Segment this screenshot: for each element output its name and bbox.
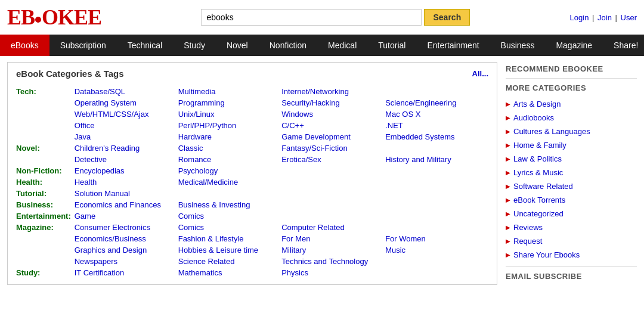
category-link[interactable]: Game Development	[281, 132, 351, 141]
table-row: Tutorial:Solution Manual	[16, 188, 488, 199]
category-link[interactable]: Medical/Medicine	[178, 178, 238, 187]
category-link[interactable]: History and Military	[385, 155, 451, 164]
category-link[interactable]: Encyclopedias	[75, 166, 125, 175]
category-link[interactable]: Game	[75, 212, 95, 221]
table-row: Tech:Database/SQLMultimediaInternet/Netw…	[16, 86, 488, 97]
category-link[interactable]: .NET	[385, 121, 403, 130]
category-link[interactable]: Comics	[178, 212, 204, 221]
all-link[interactable]: All...	[472, 69, 488, 78]
sidebar-category-item[interactable]: ▶Lyrics & Music	[506, 166, 637, 179]
category-link[interactable]: Science/Engineering	[385, 98, 456, 107]
category-link[interactable]: For Women	[385, 234, 426, 243]
category-link[interactable]: Operating System	[75, 98, 137, 107]
category-link[interactable]: Technics and Technology	[281, 257, 368, 266]
category-link[interactable]: Fashion & Lifestyle	[178, 234, 244, 243]
sidebar-category-item[interactable]: ▶eBook Torrents	[506, 193, 637, 207]
table-row: JavaHardwareGame DevelopmentEmbedded Sys…	[16, 131, 488, 142]
sidebar-divider2	[506, 266, 637, 267]
nav-item-ebooks[interactable]: eBooks	[0, 35, 49, 56]
category-link[interactable]: Children's Reading	[75, 144, 140, 153]
category-link[interactable]: Psychology	[178, 166, 218, 175]
category-link[interactable]: Perl/PHP/Python	[178, 121, 237, 130]
category-link[interactable]: Windows	[281, 110, 313, 119]
search-button[interactable]: Search	[424, 9, 470, 26]
sidebar-category-item[interactable]: ▶Law & Politics	[506, 152, 637, 166]
nav-item-magazine[interactable]: Magazine	[545, 35, 603, 56]
recommend-title: RECOMMEND EBOOKEE	[506, 64, 637, 73]
join-link[interactable]: Join	[597, 13, 612, 22]
sidebar-item-label: Software Related	[513, 182, 573, 191]
nav-item-medical[interactable]: Medical	[317, 35, 367, 56]
category-link[interactable]: Hardware	[178, 132, 212, 141]
search-input[interactable]	[201, 9, 422, 26]
category-link[interactable]: Multimedia	[178, 87, 216, 96]
nav-item-tutorial[interactable]: Tutorial	[367, 35, 416, 56]
category-link[interactable]: Mac OS X	[385, 110, 420, 119]
sidebar-category-item[interactable]: ▶Software Related	[506, 179, 637, 193]
categories-title: eBook Categories & Tags	[16, 69, 124, 79]
category-link[interactable]: Romance	[178, 155, 212, 164]
nav-item-novel[interactable]: Novel	[216, 35, 259, 56]
category-link[interactable]: Computer Related	[281, 223, 345, 232]
category-link[interactable]: Military	[281, 246, 306, 255]
category-link[interactable]: Unix/Linux	[178, 110, 215, 119]
sidebar-category-item[interactable]: ▶Cultures & Languages	[506, 125, 637, 138]
sidebar-category-item[interactable]: ▶Uncategorized	[506, 207, 637, 221]
main-layout: eBook Categories & Tags All... Tech:Data…	[0, 56, 644, 291]
category-link[interactable]: Consumer Electronics	[75, 223, 150, 232]
category-link[interactable]: IT Certification	[75, 268, 125, 277]
category-link[interactable]: Database/SQL	[75, 87, 125, 96]
more-categories-title: MORE CATEGORIES	[506, 83, 637, 92]
nav-item-technical[interactable]: Technical	[117, 35, 173, 56]
category-link[interactable]: Graphics and Design	[75, 246, 147, 255]
category-link[interactable]: Economics/Business	[75, 234, 146, 243]
category-link[interactable]: Comics	[178, 223, 204, 232]
category-link[interactable]: Music	[385, 246, 405, 255]
category-link[interactable]: Economics and Finances	[75, 200, 161, 209]
category-link[interactable]: Mathematics	[178, 268, 222, 277]
category-link[interactable]: Solution Manual	[75, 189, 130, 198]
category-label: Health:	[16, 176, 75, 188]
nav-item-nonfiction[interactable]: Nonfiction	[259, 35, 317, 56]
category-link[interactable]: Internet/Networking	[281, 87, 349, 96]
sidebar-arrow-icon: ▶	[506, 183, 510, 190]
sidebar-category-item[interactable]: ▶Request	[506, 234, 637, 248]
sidebar-category-item[interactable]: ▶Reviews	[506, 221, 637, 234]
sidebar-arrow-icon: ▶	[506, 238, 510, 244]
category-link[interactable]: Science Related	[178, 257, 235, 266]
category-link[interactable]: Newspapers	[75, 257, 117, 266]
category-link[interactable]: Erotica/Sex	[281, 155, 321, 164]
sidebar-item-label: Lyrics & Music	[513, 168, 563, 177]
sidebar-category-item[interactable]: ▶Share Your Ebooks	[506, 248, 637, 262]
category-link[interactable]: Classic	[178, 144, 203, 153]
user-links: Login | Join | User	[570, 13, 637, 22]
user-link[interactable]: User	[621, 13, 637, 22]
nav-item-subscription[interactable]: Subscription	[49, 35, 117, 56]
category-link[interactable]: Security/Hacking	[281, 98, 340, 107]
category-link[interactable]: Fantasy/Sci-Fiction	[281, 144, 348, 153]
category-label: Magazine:	[16, 222, 75, 233]
category-link[interactable]: Java	[75, 132, 91, 141]
category-link[interactable]: Health	[75, 178, 97, 187]
category-link[interactable]: Office	[75, 121, 95, 130]
nav-item-entertainment[interactable]: Entertainment	[416, 35, 490, 56]
nav-item-study[interactable]: Study	[173, 35, 216, 56]
categories-header: eBook Categories & Tags All...	[16, 69, 488, 79]
nav-item-business[interactable]: Business	[490, 35, 546, 56]
login-link[interactable]: Login	[570, 13, 589, 22]
category-link[interactable]: Detective	[75, 155, 107, 164]
category-link[interactable]: Web/HTML/CSS/Ajax	[75, 110, 149, 119]
sidebar-category-item[interactable]: ▶Arts & Design	[506, 97, 637, 111]
category-link[interactable]: Embedded Systems	[385, 132, 454, 141]
sidebar-category-item[interactable]: ▶Audiobooks	[506, 111, 637, 125]
category-link[interactable]: C/C++	[281, 121, 304, 130]
category-link[interactable]: For Men	[281, 234, 310, 243]
category-link[interactable]: Physics	[281, 268, 308, 277]
category-link[interactable]: Programming	[178, 98, 225, 107]
category-link[interactable]: Business & Investing	[178, 200, 250, 209]
sidebar: RECOMMEND EBOOKEE MORE CATEGORIES ▶Arts …	[506, 62, 637, 286]
category-link[interactable]: Hobbies & Leisure time	[178, 246, 258, 255]
top-bar: EBOKEE Search Login | Join | User	[0, 0, 644, 35]
sidebar-category-item[interactable]: ▶Home & Family	[506, 138, 637, 152]
nav-item-share-[interactable]: Share!	[603, 35, 644, 56]
